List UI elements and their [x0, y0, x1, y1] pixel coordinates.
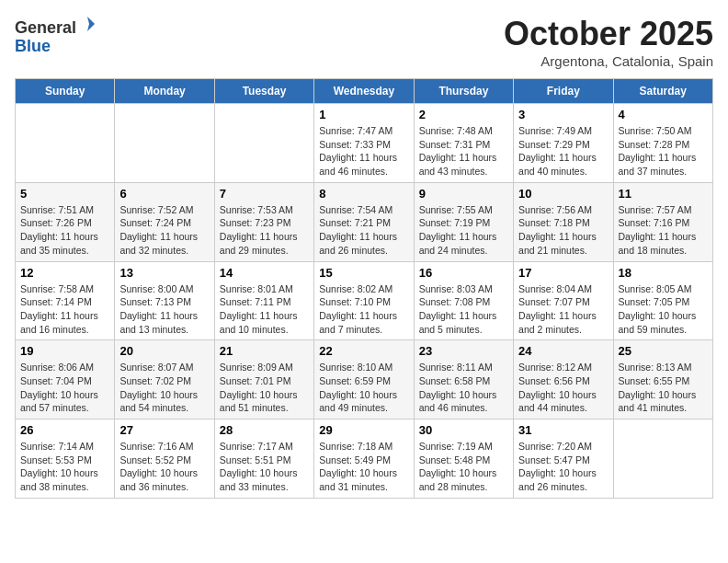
day-number: 21	[220, 344, 309, 358]
day-number: 6	[119, 187, 209, 201]
calendar-cell	[16, 104, 115, 183]
day-info: Sunrise: 8:04 AM Sunset: 7:07 PM Dayligh…	[518, 282, 608, 337]
calendar-cell	[214, 104, 313, 183]
day-info: Sunrise: 7:55 AM Sunset: 7:19 PM Dayligh…	[419, 203, 508, 258]
calendar-cell: 31Sunrise: 7:20 AM Sunset: 5:47 PM Dayli…	[514, 419, 613, 499]
calendar-cell: 4Sunrise: 7:50 AM Sunset: 7:28 PM Daylig…	[613, 104, 712, 183]
calendar-cell: 20Sunrise: 8:07 AM Sunset: 7:02 PM Dayli…	[115, 340, 214, 419]
day-info: Sunrise: 7:58 AM Sunset: 7:14 PM Dayligh…	[20, 282, 109, 337]
calendar-cell: 28Sunrise: 7:17 AM Sunset: 5:51 PM Dayli…	[214, 419, 313, 499]
title-block: October 2025 Argentona, Catalonia, Spain	[504, 15, 713, 69]
calendar-cell: 18Sunrise: 8:05 AM Sunset: 7:05 PM Dayli…	[613, 261, 712, 340]
day-number: 17	[518, 266, 608, 280]
day-info: Sunrise: 7:17 AM Sunset: 5:51 PM Dayligh…	[220, 440, 309, 494]
day-info: Sunrise: 8:02 AM Sunset: 7:10 PM Dayligh…	[319, 282, 408, 337]
day-info: Sunrise: 7:50 AM Sunset: 7:28 PM Dayligh…	[619, 124, 708, 178]
day-info: Sunrise: 7:19 AM Sunset: 5:48 PM Dayligh…	[419, 440, 508, 494]
day-number: 16	[419, 266, 508, 280]
day-number: 13	[119, 266, 209, 280]
dow-header: Friday	[514, 79, 613, 104]
day-number: 14	[220, 266, 309, 280]
page-header: General Blue October 2025 Argentona, Cat…	[15, 15, 713, 69]
dow-header: Wednesday	[314, 79, 414, 104]
calendar-cell: 12Sunrise: 7:58 AM Sunset: 7:14 PM Dayli…	[16, 261, 115, 340]
calendar-cell	[613, 419, 712, 499]
calendar-cell: 27Sunrise: 7:16 AM Sunset: 5:52 PM Dayli…	[115, 419, 214, 499]
calendar-cell: 21Sunrise: 8:09 AM Sunset: 7:01 PM Dayli…	[214, 340, 313, 419]
dow-header: Thursday	[414, 79, 513, 104]
day-number: 31	[518, 423, 608, 437]
calendar-cell: 15Sunrise: 8:02 AM Sunset: 7:10 PM Dayli…	[314, 261, 414, 340]
logo: General Blue	[15, 15, 97, 56]
day-info: Sunrise: 8:11 AM Sunset: 6:58 PM Dayligh…	[419, 361, 508, 415]
day-number: 8	[319, 187, 408, 201]
day-info: Sunrise: 7:16 AM Sunset: 5:52 PM Dayligh…	[119, 440, 209, 494]
day-number: 4	[619, 108, 708, 121]
calendar-cell: 9Sunrise: 7:55 AM Sunset: 7:19 PM Daylig…	[414, 182, 513, 261]
day-number: 10	[518, 187, 608, 201]
calendar-cell: 5Sunrise: 7:51 AM Sunset: 7:26 PM Daylig…	[16, 182, 115, 261]
calendar-cell: 26Sunrise: 7:14 AM Sunset: 5:53 PM Dayli…	[16, 419, 115, 499]
calendar-cell: 14Sunrise: 8:01 AM Sunset: 7:11 PM Dayli…	[214, 261, 313, 340]
dow-header: Saturday	[613, 79, 712, 104]
day-info: Sunrise: 8:05 AM Sunset: 7:05 PM Dayligh…	[619, 282, 708, 337]
day-info: Sunrise: 8:07 AM Sunset: 7:02 PM Dayligh…	[119, 361, 209, 415]
calendar-cell: 10Sunrise: 7:56 AM Sunset: 7:18 PM Dayli…	[514, 182, 613, 261]
day-number: 7	[220, 187, 309, 201]
day-info: Sunrise: 7:14 AM Sunset: 5:53 PM Dayligh…	[20, 440, 109, 494]
location-title: Argentona, Catalonia, Spain	[504, 53, 713, 69]
calendar-cell: 17Sunrise: 8:04 AM Sunset: 7:07 PM Dayli…	[514, 261, 613, 340]
day-info: Sunrise: 7:54 AM Sunset: 7:21 PM Dayligh…	[319, 203, 408, 258]
day-info: Sunrise: 8:03 AM Sunset: 7:08 PM Dayligh…	[419, 282, 508, 337]
day-number: 28	[220, 423, 309, 437]
day-info: Sunrise: 7:57 AM Sunset: 7:16 PM Dayligh…	[619, 203, 708, 258]
calendar-cell	[115, 104, 214, 183]
calendar-cell: 29Sunrise: 7:18 AM Sunset: 5:49 PM Dayli…	[314, 419, 414, 499]
day-number: 20	[119, 344, 209, 358]
dow-header: Monday	[115, 79, 214, 104]
day-number: 2	[419, 108, 508, 121]
day-number: 19	[20, 344, 109, 358]
day-number: 9	[419, 187, 508, 201]
calendar-cell: 2Sunrise: 7:48 AM Sunset: 7:31 PM Daylig…	[414, 104, 513, 183]
day-info: Sunrise: 7:48 AM Sunset: 7:31 PM Dayligh…	[419, 124, 508, 178]
calendar-cell: 3Sunrise: 7:49 AM Sunset: 7:29 PM Daylig…	[514, 104, 613, 183]
day-info: Sunrise: 7:20 AM Sunset: 5:47 PM Dayligh…	[518, 440, 608, 494]
calendar-cell: 13Sunrise: 8:00 AM Sunset: 7:13 PM Dayli…	[115, 261, 214, 340]
calendar-cell: 24Sunrise: 8:12 AM Sunset: 6:56 PM Dayli…	[514, 340, 613, 419]
day-number: 25	[619, 344, 708, 358]
day-number: 3	[518, 108, 608, 121]
calendar-cell: 30Sunrise: 7:19 AM Sunset: 5:48 PM Dayli…	[414, 419, 513, 499]
day-info: Sunrise: 8:00 AM Sunset: 7:13 PM Dayligh…	[119, 282, 209, 337]
logo-blue: Blue	[15, 37, 51, 55]
day-info: Sunrise: 7:18 AM Sunset: 5:49 PM Dayligh…	[319, 440, 408, 494]
day-info: Sunrise: 8:10 AM Sunset: 6:59 PM Dayligh…	[319, 361, 408, 415]
day-number: 24	[518, 344, 608, 358]
day-number: 29	[319, 423, 408, 437]
calendar-cell: 6Sunrise: 7:52 AM Sunset: 7:24 PM Daylig…	[115, 182, 214, 261]
day-info: Sunrise: 7:51 AM Sunset: 7:26 PM Dayligh…	[20, 203, 109, 258]
svg-marker-0	[87, 17, 95, 31]
calendar-table: SundayMondayTuesdayWednesdayThursdayFrid…	[15, 78, 713, 499]
day-info: Sunrise: 7:52 AM Sunset: 7:24 PM Dayligh…	[119, 203, 209, 258]
day-info: Sunrise: 8:06 AM Sunset: 7:04 PM Dayligh…	[20, 361, 109, 415]
calendar-cell: 1Sunrise: 7:47 AM Sunset: 7:33 PM Daylig…	[314, 104, 414, 183]
day-info: Sunrise: 7:47 AM Sunset: 7:33 PM Dayligh…	[319, 124, 408, 178]
day-info: Sunrise: 8:01 AM Sunset: 7:11 PM Dayligh…	[220, 282, 309, 337]
logo-icon	[78, 15, 97, 33]
calendar-cell: 8Sunrise: 7:54 AM Sunset: 7:21 PM Daylig…	[314, 182, 414, 261]
dow-header: Tuesday	[214, 79, 313, 104]
calendar-cell: 25Sunrise: 8:13 AM Sunset: 6:55 PM Dayli…	[613, 340, 712, 419]
day-info: Sunrise: 8:12 AM Sunset: 6:56 PM Dayligh…	[518, 361, 608, 415]
day-info: Sunrise: 7:53 AM Sunset: 7:23 PM Dayligh…	[220, 203, 309, 258]
day-number: 30	[419, 423, 508, 437]
day-number: 23	[419, 344, 508, 358]
day-info: Sunrise: 7:49 AM Sunset: 7:29 PM Dayligh…	[518, 124, 608, 178]
day-number: 15	[319, 266, 408, 280]
calendar-cell: 11Sunrise: 7:57 AM Sunset: 7:16 PM Dayli…	[613, 182, 712, 261]
day-number: 22	[319, 344, 408, 358]
day-info: Sunrise: 8:13 AM Sunset: 6:55 PM Dayligh…	[619, 361, 708, 415]
day-number: 11	[619, 187, 708, 201]
day-number: 18	[619, 266, 708, 280]
day-number: 27	[119, 423, 209, 437]
